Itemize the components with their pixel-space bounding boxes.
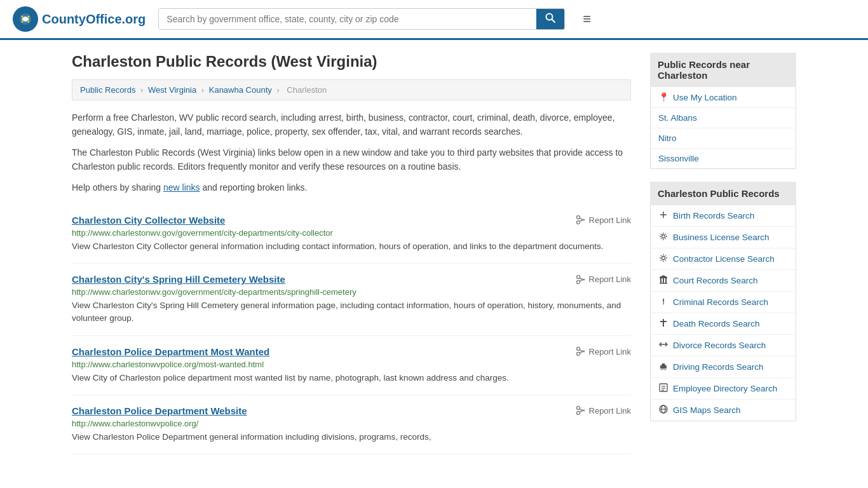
svg-marker-40 (661, 363, 665, 365)
nearby-title: Public Records near Charleston (650, 53, 796, 87)
svg-point-9 (576, 216, 580, 219)
records-sidebar-item-5[interactable]: Death Records Search (651, 313, 796, 335)
records-link-8[interactable]: Employee Directory Search (673, 384, 777, 393)
nearby-item-0[interactable]: 📍Use My Location (651, 87, 796, 108)
records-list: Charleston City Collector Website Report… (72, 205, 631, 454)
records-link-3[interactable]: Court Records Search (673, 276, 758, 285)
records-sidebar-item-2[interactable]: Contractor License Search (651, 248, 796, 270)
site-header: CountyOffice.org ≡ (0, 0, 868, 40)
svg-point-42 (664, 368, 666, 370)
records-link-2[interactable]: Contractor License Search (673, 254, 775, 264)
nearby-link-1[interactable]: St. Albans (658, 113, 697, 123)
svg-rect-32 (660, 277, 667, 278)
svg-point-14 (576, 280, 580, 283)
record-desc-3: View Charleston Police Department genera… (72, 431, 631, 444)
records-link-5[interactable]: Death Records Search (673, 319, 760, 329)
records-icon-6 (658, 340, 668, 351)
svg-point-13 (576, 275, 580, 278)
records-icon-5 (658, 318, 668, 329)
records-icon-9 (658, 405, 668, 416)
record-header-2: Charleston Police Department Most Wanted… (72, 346, 631, 357)
record-title-3[interactable]: Charleston Police Department Website (72, 405, 247, 416)
menu-button[interactable]: ≡ (578, 8, 596, 30)
records-sidebar-item-3[interactable]: Court Records Search (651, 270, 796, 292)
records-link-0[interactable]: Birth Records Search (673, 211, 754, 220)
breadcrumb-kanawha-county[interactable]: Kanawha County (209, 85, 272, 95)
scissors-icon (576, 274, 586, 285)
record-title-0[interactable]: Charleston City Collector Website (72, 215, 225, 226)
search-button[interactable] (536, 9, 564, 29)
nearby-item-2[interactable]: Nitro (651, 128, 796, 149)
logo-icon (13, 6, 38, 32)
records-sidebar-item-8[interactable]: Employee Directory Search (651, 378, 796, 400)
breadcrumb-public-records[interactable]: Public Records (80, 85, 135, 95)
records-link-4[interactable]: Criminal Records Search (673, 297, 768, 307)
record-url-2[interactable]: http://www.charlestonwvpolice.org/most-w… (72, 360, 631, 369)
records-sidebar-item-7[interactable]: Driving Records Search (651, 356, 796, 378)
svg-point-18 (576, 353, 580, 356)
nearby-section: Public Records near Charleston 📍Use My L… (650, 53, 796, 169)
svg-rect-30 (663, 278, 664, 283)
charleston-records-section: Charleston Public Records Birth Records … (650, 182, 796, 421)
breadcrumb: Public Records › West Virginia › Kanawha… (72, 79, 631, 100)
location-icon: 📍 (658, 92, 668, 102)
svg-text:!: ! (662, 297, 665, 306)
breadcrumb-west-virginia[interactable]: West Virginia (148, 85, 196, 95)
svg-point-21 (576, 407, 580, 410)
description-block: Perform a free Charleston, WV public rec… (72, 111, 631, 194)
search-input[interactable] (159, 9, 536, 29)
svg-point-4 (28, 16, 30, 18)
use-location-button[interactable]: Use My Location (673, 93, 737, 102)
svg-point-28 (662, 257, 665, 260)
records-icon-2 (658, 254, 668, 264)
report-link-1[interactable]: Report Link (576, 274, 631, 285)
svg-line-8 (552, 20, 555, 23)
records-icon-1 (658, 232, 668, 243)
new-links-link[interactable]: new links (163, 182, 200, 193)
record-url-0[interactable]: http://www.charlestonwv.gov/government/c… (72, 228, 631, 238)
nearby-link-2[interactable]: Nitro (658, 133, 677, 143)
svg-rect-34 (660, 283, 667, 284)
records-link-9[interactable]: GIS Maps Search (673, 405, 741, 415)
records-sidebar-item-4[interactable]: !Criminal Records Search (651, 292, 796, 313)
records-sidebar-item-0[interactable]: Birth Records Search (651, 205, 796, 227)
svg-marker-33 (660, 275, 667, 277)
records-link-7[interactable]: Driving Records Search (673, 362, 764, 372)
record-url-1[interactable]: http://www.charlestonwv.gov/government/c… (72, 287, 631, 297)
logo-text: CountyOffice.org (42, 12, 146, 27)
logo[interactable]: CountyOffice.org (13, 6, 146, 32)
records-icon-3 (658, 275, 668, 286)
record-desc-1: View Charleston City's Spring Hill Cemet… (72, 299, 631, 325)
report-link-3[interactable]: Report Link (576, 405, 631, 416)
record-title-1[interactable]: Charleston City's Spring Hill Cemetery W… (72, 274, 285, 285)
record-header-3: Charleston Police Department Website Rep… (72, 405, 631, 416)
record-url-3[interactable]: http://www.charlestonwvpolice.org/ (72, 419, 631, 428)
records-sidebar-item-9[interactable]: GIS Maps Search (651, 400, 796, 421)
svg-point-3 (22, 16, 24, 18)
scissors-icon (576, 405, 586, 416)
page-title: Charleston Public Records (West Virginia… (72, 53, 631, 71)
record-entry: Charleston Police Department Most Wanted… (72, 336, 631, 395)
records-icon-8 (658, 383, 668, 394)
report-link-2[interactable]: Report Link (576, 346, 631, 356)
charleston-records-title: Charleston Public Records (650, 182, 796, 205)
svg-point-5 (22, 21, 24, 23)
record-desc-0: View Charleston City Collector general i… (72, 240, 631, 253)
records-sidebar-item-1[interactable]: Business License Search (651, 227, 796, 248)
svg-point-22 (576, 412, 580, 415)
nearby-link-3[interactable]: Sissonville (658, 154, 699, 163)
record-header-1: Charleston City's Spring Hill Cemetery W… (72, 274, 631, 285)
nearby-item-3[interactable]: Sissonville (651, 149, 796, 168)
records-sidebar-item-6[interactable]: Divorce Records Search (651, 335, 796, 356)
records-link-6[interactable]: Divorce Records Search (673, 341, 766, 350)
record-header-0: Charleston City Collector Website Report… (72, 215, 631, 226)
records-icon-4: ! (658, 297, 668, 308)
content-area: Charleston Public Records (West Virginia… (72, 53, 631, 454)
report-link-0[interactable]: Report Link (576, 215, 631, 225)
record-title-2[interactable]: Charleston Police Department Most Wanted (72, 346, 269, 357)
description-3: Help others by sharing new links and rep… (72, 180, 631, 194)
records-icon-0 (658, 210, 668, 221)
svg-rect-31 (665, 278, 667, 283)
records-link-1[interactable]: Business License Search (673, 233, 770, 242)
nearby-item-1[interactable]: St. Albans (651, 108, 796, 128)
